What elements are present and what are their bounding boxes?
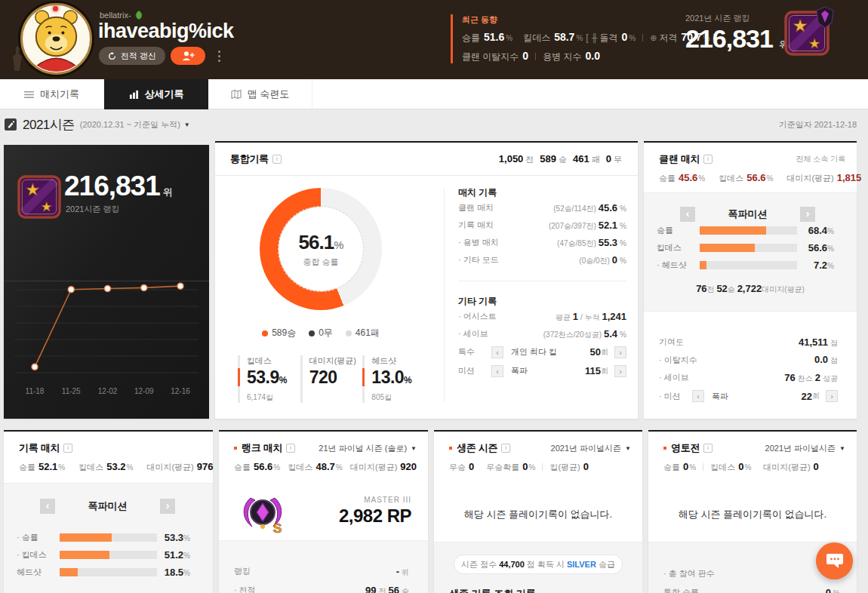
season-caret-icon[interactable]: ▼ bbox=[184, 121, 190, 128]
next-arrow-button[interactable]: › bbox=[826, 390, 838, 402]
tier-emblem-icon: S bbox=[239, 493, 287, 536]
tab-detail-record[interactable]: 상세기록 bbox=[104, 79, 208, 109]
tab-match-history[interactable]: 매치기록 bbox=[0, 79, 104, 109]
clan-note: 전체 소속 기록 bbox=[796, 154, 845, 164]
bar-fill bbox=[700, 244, 755, 252]
info-icon[interactable]: i bbox=[286, 444, 295, 453]
carousel-next-button[interactable]: › bbox=[160, 499, 175, 514]
chat-bubble-icon bbox=[826, 553, 844, 570]
survival-bottom: 시즌 점수 44,700 점 획득 시 SILVER 승급 생존 기록 조회 기… bbox=[434, 542, 642, 593]
bar-row: 헤드샷 18.5% bbox=[17, 564, 190, 581]
svg-text:S: S bbox=[273, 521, 282, 536]
panel-title: 클랜 매치 bbox=[659, 152, 700, 166]
carousel-next-button[interactable]: › bbox=[800, 207, 815, 222]
bar-row: · 헤드샷 7.2% bbox=[657, 257, 834, 274]
bar-track bbox=[60, 551, 157, 559]
survival-substats: 우승0 우승확률0% 킬(평균)0 bbox=[434, 455, 642, 473]
recent-trend-line2: 클랜 이탈지수 0 용병 지수 0.0 bbox=[462, 50, 719, 63]
prev-arrow-button[interactable]: ‹ bbox=[491, 365, 503, 377]
refresh-label: 전적 갱신 bbox=[121, 51, 156, 62]
assist-row: · 어시스트 평균1 / 누적1,241 bbox=[458, 308, 626, 325]
bar-track bbox=[60, 533, 157, 542]
avatar[interactable] bbox=[20, 3, 92, 75]
donut-percent: 56.1% bbox=[299, 231, 343, 254]
svg-text:★: ★ bbox=[793, 16, 808, 35]
season-dropdown[interactable]: 21년 파이널 시즌 (솔로)▼ bbox=[319, 443, 417, 454]
divider bbox=[458, 281, 626, 281]
refresh-record-button[interactable]: 전적 갱신 bbox=[99, 47, 165, 65]
info-icon[interactable]: i bbox=[63, 444, 72, 453]
table-row: · 기타 모드 (0승/0전)0% bbox=[458, 251, 626, 269]
season-rank-block: 2021년 시즌 랭킹 216,831 위 bbox=[685, 13, 788, 53]
tab-bar: 매치기록 상세기록 맵 숙련도 bbox=[0, 79, 868, 109]
panel-title: 통합기록 bbox=[230, 152, 269, 166]
bar-fill bbox=[60, 551, 109, 559]
table-row: · 전적 99전 56승 bbox=[234, 581, 409, 593]
svg-text:12-02: 12-02 bbox=[98, 387, 118, 395]
season-range[interactable]: (2020.12.31 ~ 기준일 누적) bbox=[80, 119, 180, 131]
record-substats: 승률52.1% 킬데스53.2% 대미지(평균)976 bbox=[4, 455, 213, 473]
donut-caption: 종합 승률 bbox=[303, 257, 338, 268]
table-row: 랭킹 -위 bbox=[234, 562, 409, 581]
info-icon[interactable]: i bbox=[703, 155, 713, 164]
mission-row: · 미션 ‹ 폭파 22회 › bbox=[659, 387, 838, 406]
assault-icon: ╫ bbox=[592, 33, 598, 42]
season-title[interactable]: 2021시즌 bbox=[23, 116, 75, 134]
carousel-prev-button[interactable]: ‹ bbox=[40, 499, 55, 514]
bar-fill bbox=[60, 533, 112, 542]
add-friend-button[interactable] bbox=[171, 47, 205, 65]
save-row: · 세이브 (372찬스/20성공)5.4% bbox=[458, 325, 626, 343]
etc-record-title: 기타 기록 bbox=[458, 295, 626, 308]
divider bbox=[535, 53, 536, 60]
mercenary-index-value: 0.0 bbox=[585, 50, 599, 62]
clan-leave-label: 클랜 이탈지수 bbox=[462, 51, 519, 63]
list-icon bbox=[24, 91, 34, 99]
survival-sub-title: 생존 기록 조회 기록 bbox=[449, 587, 642, 593]
tab-map-proficiency[interactable]: 맵 숙련도 bbox=[208, 79, 312, 109]
winrate-label: 승률 bbox=[462, 32, 480, 45]
integrated-record-panel: 통합기록 i 1,050전 589승 461패 0무 56.1% 종합 승률 5… bbox=[215, 141, 638, 419]
bar-fill bbox=[700, 226, 766, 235]
clan-name-line[interactable]: bellatrix- bbox=[100, 11, 143, 20]
profile-actions: 전적 갱신 bbox=[99, 47, 223, 65]
damage-stat: 대미지(평균) 720 bbox=[300, 355, 363, 403]
bar-row: · 킬데스 51.2% bbox=[17, 546, 190, 564]
kd-stat: 킬데스 53.9% 6,174킬 bbox=[238, 355, 300, 403]
integrated-right-column: 매치 기록 클랜 매치 (52승/114전)45.6% 기록 매치 (207승/… bbox=[458, 186, 626, 380]
profile-stats-page: bellatrix- ihaveabig%ick 전적 갱신 bbox=[0, 0, 868, 593]
donut-legend: 589승 0무 461패 bbox=[223, 327, 419, 340]
carousel-prev-button[interactable]: ‹ bbox=[680, 207, 695, 222]
record-mode-carousel: ‹ 폭파미션 › · 승률 53.3% · 킬데스 51.2% 헤드샷 18.5… bbox=[4, 483, 213, 593]
season-rank-panel: ★ ★ 216,831위 2021시즌 랭킹 11-1811-2512-0212… bbox=[4, 145, 209, 419]
info-icon[interactable]: i bbox=[272, 155, 282, 164]
bar-chart-icon bbox=[129, 90, 139, 99]
season-dropdown[interactable]: 2021년 파이널시즌▼ bbox=[551, 443, 631, 454]
record-dot-icon bbox=[53, 6, 58, 11]
clan-leave-value: 0 bbox=[522, 50, 528, 62]
more-menu-button[interactable] bbox=[215, 48, 223, 65]
headshot-stat: 헤드샷 13.0% 805킬 bbox=[362, 355, 425, 403]
tier-points: 2,982 RP bbox=[339, 505, 411, 527]
prev-arrow-button[interactable]: ‹ bbox=[692, 390, 704, 402]
winrate-value: 51.6 bbox=[484, 31, 504, 43]
info-icon[interactable]: i bbox=[501, 444, 510, 453]
match-record-title: 매치 기록 bbox=[458, 186, 626, 199]
sniper-label: 저격 bbox=[659, 32, 677, 45]
prev-arrow-button[interactable]: ‹ bbox=[491, 346, 503, 358]
chat-fab-button[interactable] bbox=[816, 542, 853, 579]
profile-header: bellatrix- ihaveabig%ick 전적 갱신 bbox=[0, 0, 868, 79]
bullet-icon bbox=[663, 447, 666, 450]
next-arrow-button[interactable]: › bbox=[614, 365, 626, 377]
bullet-icon bbox=[234, 447, 237, 450]
season-dropdown[interactable]: 2021년 파이널시즌▼ bbox=[765, 443, 845, 454]
bar-track bbox=[700, 226, 797, 235]
figurine-decoration bbox=[9, 44, 26, 72]
season-rank-label: 2021년 시즌 랭킹 bbox=[685, 13, 788, 24]
bar-fill bbox=[700, 261, 706, 269]
next-arrow-button[interactable]: › bbox=[614, 346, 626, 358]
info-icon[interactable]: i bbox=[703, 444, 713, 453]
season-rank-value: 216,831 bbox=[685, 24, 773, 53]
bar-track bbox=[700, 261, 797, 269]
rank-caption: 2021시즌 랭킹 bbox=[66, 204, 120, 215]
bullet-icon bbox=[449, 447, 452, 450]
